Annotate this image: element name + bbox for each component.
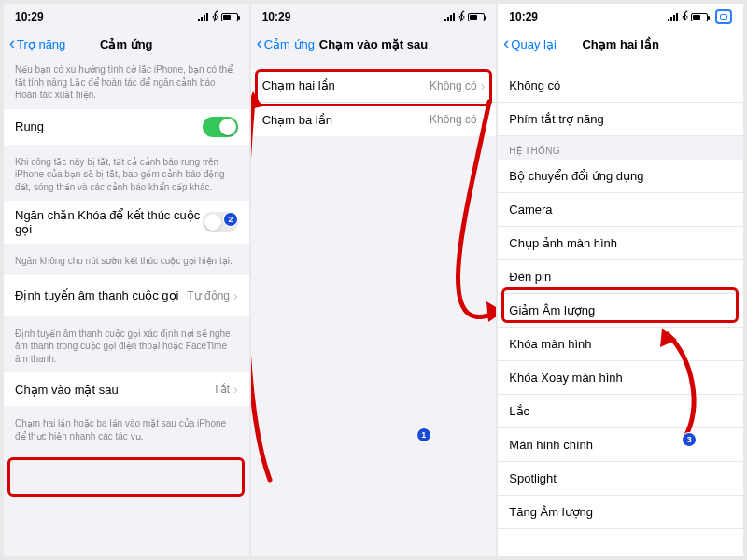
- row-app-switcher[interactable]: Bộ chuyển đổi ứng dụng: [498, 160, 743, 193]
- vibration-label: Rung: [15, 119, 203, 133]
- group-audio-routing: Định tuyến âm thanh cuộc gọi Tự động ›: [4, 275, 249, 316]
- chevron-right-icon: ›: [233, 288, 238, 303]
- phone-screen-1: 10:29 ᳷︎ ‹ Trợ năng Cảm ứng Nếu bạn có x…: [4, 4, 249, 556]
- row-home-screen[interactable]: Màn hình chính: [498, 428, 743, 462]
- row-audio-routing[interactable]: Định tuyến âm thanh cuộc gọi Tự động ›: [4, 275, 249, 316]
- section-system: HỆ THỐNG: [498, 136, 743, 160]
- status-bar: 10:29 ᳷︎: [4, 4, 249, 30]
- vibration-note: Khi công tắc này bị tắt, tất cả cảnh báo…: [4, 150, 249, 202]
- back-button[interactable]: ‹ Quay lại: [503, 36, 556, 51]
- double-tap-value: Không có: [430, 79, 477, 92]
- svg-marker-1: [486, 301, 497, 322]
- status-bar: 10:29 ᳷︎: [498, 4, 743, 30]
- row-screenshot[interactable]: Chụp ảnh màn hình: [498, 227, 743, 260]
- three-phone-tutorial: 10:29 ᳷︎ ‹ Trợ năng Cảm ứng Nếu bạn có x…: [4, 4, 743, 556]
- chevron-left-icon: ‹: [503, 35, 509, 51]
- back-button[interactable]: ‹ Trợ năng: [9, 36, 65, 51]
- row-vibration[interactable]: Rung: [4, 109, 249, 145]
- step-badge-2: 2: [224, 213, 237, 226]
- arrow-backtap-to-here: [251, 78, 289, 489]
- back-button[interactable]: ‹ Cảm ứng: [257, 36, 315, 51]
- signal-icon: [444, 13, 455, 21]
- row-rotation-lock[interactable]: Khóa Xoay màn hình: [498, 361, 743, 395]
- lock-end-call-note: Ngăn không cho nút sườn kết thúc cuộc gọ…: [4, 249, 249, 275]
- camera-scan-icon[interactable]: [715, 9, 732, 24]
- back-label: Quay lại: [511, 37, 556, 51]
- row-back-tap[interactable]: Chạm vào mặt sau Tắt ›: [4, 372, 249, 406]
- back-tap-value: Tắt: [213, 383, 230, 396]
- row-lock-end-call[interactable]: Ngăn chặn Khóa để kết thúc cuộc gọi: [4, 201, 249, 244]
- clock: 10:29: [509, 10, 538, 23]
- audio-routing-value: Tự động: [187, 289, 230, 302]
- battery-icon: [691, 13, 708, 21]
- row-triple-tap[interactable]: Chạm ba lần Không có ›: [251, 103, 497, 136]
- nav-header: ‹ Trợ năng Cảm ứng: [4, 30, 249, 58]
- audio-routing-label: Định tuyến âm thanh cuộc gọi: [15, 288, 187, 302]
- row-volume-up[interactable]: Tăng Âm lượng: [498, 496, 743, 529]
- row-lock-screen[interactable]: Khóa màn hình: [498, 328, 743, 361]
- wifi-icon: ᳷︎: [458, 11, 464, 22]
- row-spotlight[interactable]: Spotlight: [498, 462, 743, 496]
- row-volume-down[interactable]: Giảm Âm lượng: [498, 294, 743, 328]
- signal-icon: [198, 13, 208, 21]
- group-tap-options: Chạm hai lần Không có › Chạm ba lần Khôn…: [251, 69, 497, 136]
- vibration-toggle[interactable]: [203, 117, 238, 137]
- audio-routing-note: Định tuyến âm thanh cuộc gọi xác định nơ…: [4, 322, 249, 373]
- wifi-icon: ᳷︎: [212, 11, 218, 22]
- acc-shortcut-label: Phím tắt trợ năng: [509, 112, 732, 126]
- clock: 10:29: [15, 10, 44, 23]
- double-tap-label: Chạm hai lần: [262, 78, 430, 92]
- row-flashlight[interactable]: Đèn pin: [498, 260, 743, 294]
- battery-icon: [468, 13, 485, 21]
- chevron-right-icon: ›: [233, 382, 238, 397]
- nav-header: ‹ Cảm ứng Chạm vào mặt sau: [251, 30, 497, 58]
- none-label: Không có: [509, 78, 732, 92]
- back-label: Trợ năng: [17, 37, 65, 51]
- clock: 10:29: [262, 10, 291, 23]
- back-tap-note: Chạm hai lần hoặc ba lần vào mặt sau của…: [4, 412, 249, 450]
- nav-header: ‹ Quay lại Chạm hai lần: [498, 30, 743, 58]
- signal-icon: [668, 13, 678, 21]
- triple-tap-value: Không có: [430, 113, 477, 126]
- row-shake[interactable]: Lắc: [498, 395, 743, 428]
- triple-tap-label: Chạm ba lần: [262, 113, 430, 127]
- chevron-left-icon: ‹: [257, 35, 262, 51]
- group-vibration: Rung: [4, 109, 249, 145]
- group-lock-end-call: Ngăn chặn Khóa để kết thúc cuộc gọi: [4, 201, 249, 244]
- status-bar: 10:29 ᳷︎: [251, 4, 497, 30]
- group-back-tap: Chạm vào mặt sau Tắt ›: [4, 372, 249, 406]
- chevron-right-icon: ›: [481, 78, 486, 93]
- back-tap-label: Chạm vào mặt sau: [15, 383, 213, 397]
- row-camera[interactable]: Camera: [498, 193, 743, 227]
- status-indicators: ᳷︎: [668, 9, 732, 24]
- intro-note: Nếu bạn có xu hướng tình cờ lắc iPhone, …: [4, 58, 249, 109]
- arrow-doubletap-to-flashlight: [401, 102, 497, 456]
- row-double-tap[interactable]: Chạm hai lần Không có ›: [251, 69, 497, 103]
- row-accessibility-shortcut[interactable]: Phím tắt trợ năng: [498, 103, 743, 136]
- status-indicators: ᳷︎: [444, 11, 485, 22]
- row-none[interactable]: Không có: [498, 69, 743, 103]
- wifi-icon: ᳷︎: [682, 11, 687, 22]
- battery-icon: [221, 13, 238, 21]
- step-badge-1: 1: [417, 428, 430, 441]
- chevron-left-icon: ‹: [9, 35, 15, 51]
- highlight-back-tap: [7, 457, 245, 497]
- chevron-right-icon: ›: [481, 112, 486, 127]
- lock-end-call-label: Ngăn chặn Khóa để kết thúc cuộc gọi: [15, 208, 203, 236]
- phone-screen-2: 10:29 ᳷︎ ‹ Cảm ứng Chạm vào mặt sau Chạm…: [251, 4, 497, 556]
- phone-screen-3: 10:29 ᳷︎ ‹ Quay lại Chạm hai lần Không c…: [498, 4, 743, 556]
- status-indicators: ᳷︎: [198, 11, 238, 22]
- back-label: Cảm ứng: [264, 37, 315, 51]
